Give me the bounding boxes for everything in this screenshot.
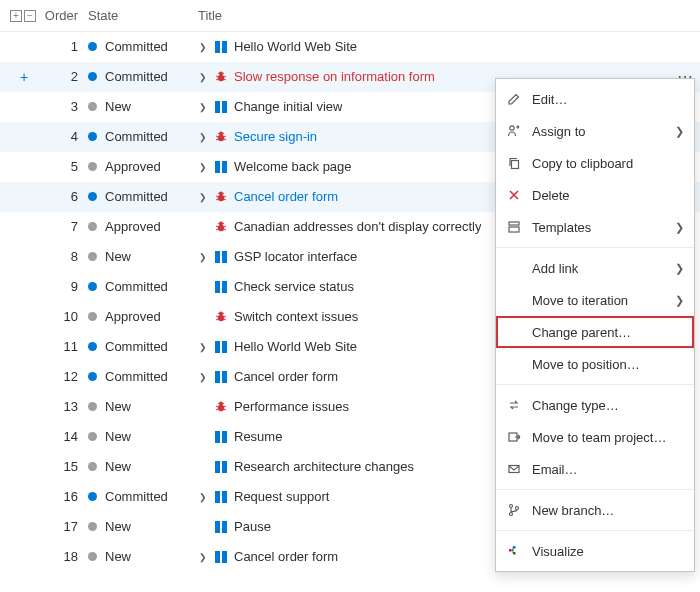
state-dot-icon [88, 372, 97, 381]
work-item-title[interactable]: Check service status [234, 279, 354, 294]
state-dot-icon [88, 162, 97, 171]
svg-point-72 [510, 126, 514, 130]
svg-line-7 [224, 79, 226, 80]
order-cell: 10 [40, 309, 88, 324]
menu-item-change-parent[interactable]: Change parent… [496, 316, 694, 348]
work-item-title[interactable]: Secure sign-in [234, 129, 317, 144]
expand-all-icon[interactable]: + [10, 10, 22, 22]
chevron-right-icon[interactable]: ❯ [198, 192, 208, 202]
work-item-title[interactable]: GSP locator interface [234, 249, 357, 264]
svg-line-44 [216, 316, 218, 317]
chevron-right-icon[interactable]: ❯ [198, 372, 208, 382]
backlog-item-icon [214, 370, 228, 384]
backlog-item-icon [214, 520, 228, 534]
menu-item-label: Move to team project… [532, 430, 684, 445]
chevron-right-icon[interactable]: ❯ [198, 42, 208, 52]
backlog-item-icon [214, 40, 228, 54]
state-label: Committed [105, 489, 168, 504]
chevron-right-icon[interactable]: ❯ [198, 72, 208, 82]
order-cell: 4 [40, 129, 88, 144]
svg-rect-11 [222, 101, 227, 113]
menu-separator [496, 530, 694, 531]
menu-item-label: Email… [532, 462, 684, 477]
work-item-title[interactable]: Welcome back page [234, 159, 352, 174]
menu-item-move-to-team-project[interactable]: Move to team project… [496, 421, 694, 453]
menu-item-label: Edit… [532, 92, 684, 107]
chevron-right-icon[interactable]: ❯ [198, 102, 208, 112]
work-item-title[interactable]: Canadian addresses don't display correct… [234, 219, 481, 234]
title-header[interactable]: Title [198, 8, 670, 23]
menu-item-delete[interactable]: Delete [496, 179, 694, 211]
menu-separator [496, 489, 694, 490]
work-item-title[interactable]: Pause [234, 519, 271, 534]
menu-item-edit[interactable]: Edit… [496, 83, 694, 115]
order-cell: 9 [40, 279, 88, 294]
order-cell: 16 [40, 489, 88, 504]
menu-item-move-to-iteration[interactable]: Move to iteration❯ [496, 284, 694, 316]
work-item-title[interactable]: Cancel order form [234, 549, 338, 564]
bug-icon [214, 400, 228, 414]
work-item-title[interactable]: Request support [234, 489, 329, 504]
menu-item-label: Add link [532, 261, 665, 276]
svg-rect-63 [222, 431, 227, 443]
submenu-chevron-icon: ❯ [675, 262, 684, 275]
menu-item-move-to-position[interactable]: Move to position… [496, 348, 694, 380]
bug-icon [214, 70, 228, 84]
menu-item-assign-to[interactable]: Assign to❯ [496, 115, 694, 147]
menu-item-visualize[interactable]: Visualize [496, 535, 694, 567]
work-item-title[interactable]: Change initial view [234, 99, 342, 114]
menu-item-change-type[interactable]: Change type… [496, 389, 694, 421]
chevron-right-icon[interactable]: ❯ [198, 252, 208, 262]
work-item-title[interactable]: Performance issues [234, 399, 349, 414]
menu-item-add-link[interactable]: Add link❯ [496, 252, 694, 284]
svg-line-35 [224, 229, 226, 230]
chevron-right-icon[interactable]: ❯ [198, 492, 208, 502]
svg-line-45 [224, 316, 226, 317]
state-dot-icon [88, 282, 97, 291]
order-cell: 15 [40, 459, 88, 474]
order-cell: 1 [40, 39, 88, 54]
state-cell: Committed [88, 369, 198, 384]
state-label: Committed [105, 339, 168, 354]
menu-item-label: New branch… [532, 503, 684, 518]
menu-item-label: Copy to clipboard [532, 156, 684, 171]
menu-item-templates[interactable]: Templates❯ [496, 211, 694, 243]
menu-item-email[interactable]: Email… [496, 453, 694, 485]
menu-item-new-branch[interactable]: New branch… [496, 494, 694, 526]
chevron-right-icon[interactable]: ❯ [198, 552, 208, 562]
state-dot-icon [88, 42, 97, 51]
svg-rect-39 [222, 251, 227, 263]
svg-line-5 [224, 76, 226, 77]
order-cell: 2 [40, 69, 88, 84]
work-item-title[interactable]: Cancel order form [234, 189, 338, 204]
work-item-title[interactable]: Hello World Web Site [234, 339, 357, 354]
chevron-right-icon[interactable]: ❯ [198, 132, 208, 142]
svg-rect-71 [222, 551, 227, 563]
svg-rect-81 [509, 549, 512, 552]
work-item-title[interactable]: Switch context issues [234, 309, 358, 324]
order-header[interactable]: Order [40, 8, 88, 23]
work-item-title[interactable]: Resume [234, 429, 282, 444]
chevron-right-icon[interactable]: ❯ [198, 162, 208, 172]
work-item-title[interactable]: Research architecture changes [234, 459, 414, 474]
work-item-title[interactable]: Hello World Web Site [234, 39, 357, 54]
chevron-right-icon[interactable]: ❯ [198, 342, 208, 352]
table-row[interactable]: 1Committed❯Hello World Web Site [0, 32, 700, 62]
state-label: New [105, 549, 131, 564]
state-header[interactable]: State [88, 8, 198, 23]
state-cell: New [88, 429, 198, 444]
svg-line-6 [216, 79, 218, 80]
work-item-title[interactable]: Cancel order form [234, 369, 338, 384]
svg-rect-65 [222, 461, 227, 473]
title-cell[interactable]: ❯Hello World Web Site [198, 39, 670, 54]
svg-point-42 [218, 314, 224, 320]
svg-rect-53 [222, 371, 227, 383]
state-cell: Approved [88, 159, 198, 174]
work-item-title[interactable]: Slow response on information form [234, 69, 435, 84]
add-child-icon[interactable]: + [17, 70, 31, 84]
menu-item-copy-to-clipboard[interactable]: Copy to clipboard [496, 147, 694, 179]
collapse-all-icon[interactable]: − [24, 10, 36, 22]
email-icon [506, 461, 522, 477]
delete-icon [506, 187, 522, 203]
svg-line-58 [216, 409, 218, 410]
